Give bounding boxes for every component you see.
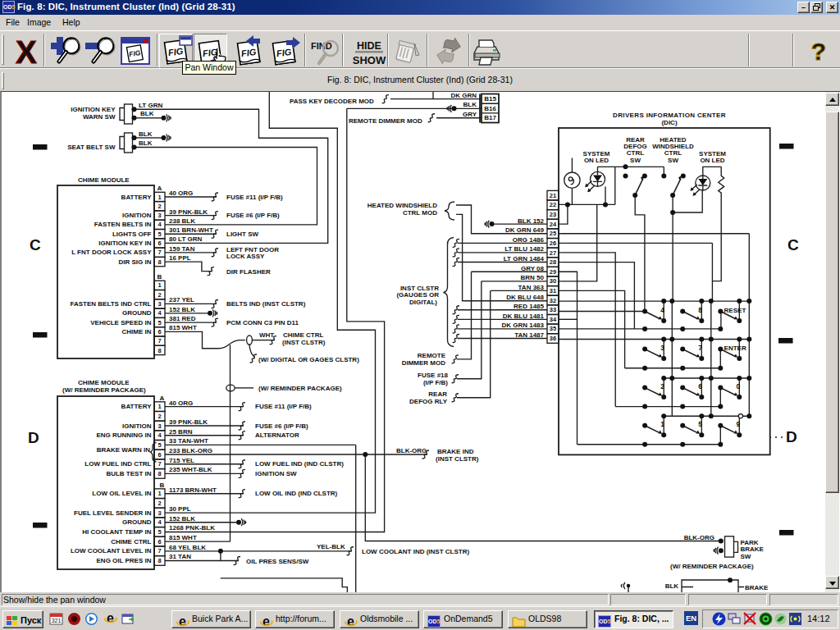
svg-text:235 WHT-BLK: 235 WHT-BLK bbox=[169, 466, 212, 473]
svg-text:3: 3 bbox=[158, 212, 161, 219]
svg-text:4: 4 bbox=[158, 221, 162, 228]
svg-text:BLK-ORG: BLK-ORG bbox=[684, 534, 714, 541]
svg-text:ON LED: ON LED bbox=[700, 157, 724, 164]
svg-text:FUEL LEVEL SENDER IN: FUEL LEVEL SENDER IN bbox=[74, 509, 152, 517]
svg-text:6: 6 bbox=[158, 240, 161, 247]
svg-text:LOW OIL LEVEL IN: LOW OIL LEVEL IN bbox=[92, 490, 151, 497]
svg-text:CHIME CTRL: CHIME CTRL bbox=[111, 538, 151, 546]
svg-text:LIGHT SW: LIGHT SW bbox=[226, 231, 259, 238]
svg-text:IGNITION KEY IN: IGNITION KEY IN bbox=[98, 240, 152, 247]
svg-text:4: 4 bbox=[158, 309, 162, 317]
svg-text:SW: SW bbox=[741, 553, 751, 560]
svg-text:28: 28 bbox=[550, 258, 556, 266]
svg-text:LIGHTS OFF: LIGHTS OFF bbox=[112, 231, 152, 238]
svg-text:1: 1 bbox=[158, 281, 161, 289]
svg-text:BULB TEST IN: BULB TEST IN bbox=[106, 470, 151, 477]
svg-text:GROUND: GROUND bbox=[122, 518, 152, 526]
svg-text:DK GRN 1483: DK GRN 1483 bbox=[501, 322, 544, 329]
svg-text:2: 2 bbox=[158, 413, 161, 420]
svg-text:B16: B16 bbox=[484, 105, 496, 112]
svg-text:ENG RUNNING IN: ENG RUNNING IN bbox=[96, 431, 151, 439]
svg-text:2: 2 bbox=[660, 382, 664, 390]
svg-text:23: 23 bbox=[550, 211, 556, 218]
svg-text:e: e bbox=[262, 615, 270, 628]
svg-text:C: C bbox=[30, 236, 41, 253]
svg-text:26: 26 bbox=[550, 240, 556, 247]
svg-text:715 YEL: 715 YEL bbox=[169, 457, 194, 464]
svg-text:X: X bbox=[16, 36, 37, 67]
svg-text:VEHICLE SPEED IN: VEHICLE SPEED IN bbox=[90, 319, 151, 326]
svg-text:BLK: BLK bbox=[140, 110, 154, 117]
svg-text:FUSE #6 (I/P F/B): FUSE #6 (I/P F/B) bbox=[226, 212, 280, 219]
svg-text:6: 6 bbox=[158, 538, 161, 546]
svg-text:68 YEL BLK: 68 YEL BLK bbox=[169, 544, 206, 551]
svg-text:9: 9 bbox=[736, 420, 740, 428]
svg-text:B: B bbox=[158, 273, 162, 281]
svg-text:BLK: BLK bbox=[139, 139, 153, 147]
svg-text:5: 5 bbox=[158, 441, 161, 449]
svg-text:3: 3 bbox=[158, 509, 161, 517]
svg-text:(W/ REMINDER PACKAGE): (W/ REMINDER PACKAGE) bbox=[62, 386, 146, 394]
svg-text:RED 1485: RED 1485 bbox=[514, 303, 544, 310]
svg-text:ON LED: ON LED bbox=[584, 157, 609, 164]
svg-text:DRIVERS INFORMATION CENTER: DRIVERS INFORMATION CENTER bbox=[613, 112, 726, 119]
svg-text:1268 PNK-BLK: 1268 PNK-BLK bbox=[169, 524, 215, 532]
svg-text:381 RED: 381 RED bbox=[169, 315, 196, 322]
svg-text:(DIC): (DIC) bbox=[661, 119, 677, 126]
svg-text:21: 21 bbox=[550, 192, 556, 199]
svg-text:6: 6 bbox=[158, 328, 161, 336]
svg-text:BELTS IND (INST CLSTR): BELTS IND (INST CLSTR) bbox=[226, 300, 306, 308]
svg-text:TAN 363: TAN 363 bbox=[518, 284, 545, 291]
svg-text:REMOTE DIMMER MOD: REMOTE DIMMER MOD bbox=[349, 117, 422, 125]
svg-text:7: 7 bbox=[158, 460, 161, 468]
svg-text:DK BLU 648: DK BLU 648 bbox=[506, 294, 544, 301]
svg-text:D: D bbox=[786, 428, 797, 445]
svg-text:7: 7 bbox=[158, 249, 161, 256]
svg-text:PCM CONN C3 PIN D11: PCM CONN C3 PIN D11 bbox=[226, 319, 299, 326]
svg-text:3: 3 bbox=[158, 300, 161, 308]
svg-text:B: B bbox=[160, 482, 165, 489]
svg-text:24: 24 bbox=[550, 221, 557, 228]
svg-text:1: 1 bbox=[158, 194, 161, 201]
svg-text:LOW OIL IND (IND CLSTR): LOW OIL IND (IND CLSTR) bbox=[255, 490, 338, 497]
svg-text:GROUND: GROUND bbox=[122, 309, 152, 317]
svg-text:OIL PRES SENS/SW: OIL PRES SENS/SW bbox=[246, 558, 309, 565]
svg-text:DEFOG RLY: DEFOG RLY bbox=[409, 398, 448, 405]
svg-text:LOW FUEL IND CTRL: LOW FUEL IND CTRL bbox=[84, 460, 151, 468]
svg-text:HEATED WINDSHIELD: HEATED WINDSHIELD bbox=[368, 202, 437, 209]
svg-text:BLK: BLK bbox=[665, 582, 679, 590]
svg-text:HIDE: HIDE bbox=[357, 40, 381, 52]
svg-text:LOW COOLANT LEVEL IN: LOW COOLANT LEVEL IN bbox=[71, 547, 152, 555]
svg-text:IGNITION SW: IGNITION SW bbox=[255, 470, 297, 477]
svg-text:39 PNK-BLK: 39 PNK-BLK bbox=[169, 418, 208, 426]
svg-text:5: 5 bbox=[698, 420, 702, 428]
svg-text:33: 33 bbox=[550, 306, 556, 313]
svg-text:1: 1 bbox=[660, 420, 664, 428]
svg-text:LT GRN 1484: LT GRN 1484 bbox=[504, 255, 545, 262]
svg-text:0: 0 bbox=[736, 382, 740, 390]
svg-text:PASS KEY DECODER MOD: PASS KEY DECODER MOD bbox=[290, 98, 374, 105]
svg-text:22: 22 bbox=[550, 201, 556, 208]
svg-text:815 WHT: 815 WHT bbox=[169, 324, 197, 331]
svg-text:3: 3 bbox=[158, 422, 161, 430]
svg-text:A: A bbox=[160, 395, 165, 402]
svg-text:(W/ REMINDER PACKAGE): (W/ REMINDER PACKAGE) bbox=[258, 385, 342, 392]
svg-text:e: e bbox=[179, 615, 186, 628]
svg-text:39 PNK-BLK: 39 PNK-BLK bbox=[169, 208, 208, 216]
svg-text:31 TAN: 31 TAN bbox=[169, 553, 191, 560]
svg-text:SEAT BELT SW: SEAT BELT SW bbox=[67, 144, 116, 151]
svg-text:A: A bbox=[158, 185, 162, 192]
svg-text:BLK-ORG: BLK-ORG bbox=[396, 447, 427, 454]
svg-text:CHIME MODULE: CHIME MODULE bbox=[78, 379, 130, 386]
svg-text:FASTEN BELTS IND CTRL: FASTEN BELTS IND CTRL bbox=[71, 300, 152, 308]
svg-text:25: 25 bbox=[550, 230, 556, 237]
svg-text:5: 5 bbox=[158, 528, 161, 536]
svg-text:27: 27 bbox=[550, 249, 556, 257]
svg-text:3: 3 bbox=[660, 344, 664, 352]
svg-text:7: 7 bbox=[158, 337, 161, 345]
svg-text:237 YEL: 237 YEL bbox=[169, 296, 194, 304]
svg-text:SW: SW bbox=[630, 157, 641, 164]
svg-text:CHIME IN: CHIME IN bbox=[122, 328, 152, 336]
svg-text:301 BRN-WHT: 301 BRN-WHT bbox=[169, 226, 213, 234]
svg-text:B15: B15 bbox=[484, 95, 496, 103]
